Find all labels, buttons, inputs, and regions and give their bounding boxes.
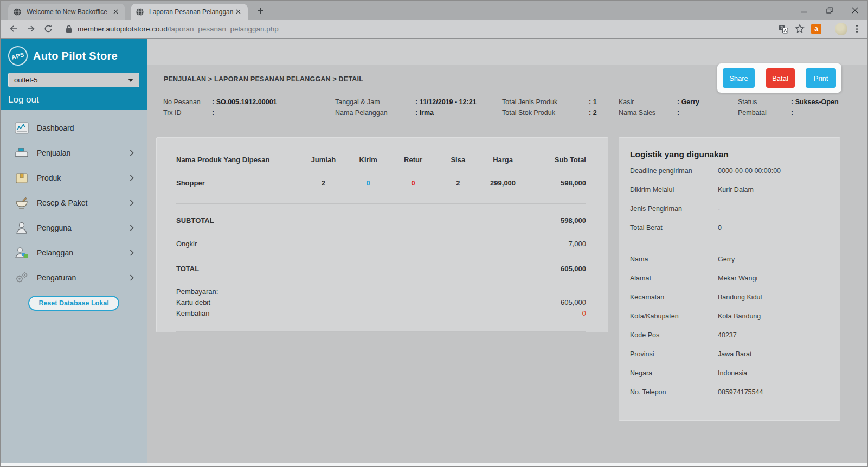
sidebar-item-pelanggan[interactable]: Pelanggan bbox=[1, 240, 147, 265]
browser-menu-icon[interactable] bbox=[854, 25, 860, 33]
logistics-label: Dikirim Melalui bbox=[630, 186, 718, 194]
caret-down-icon bbox=[128, 79, 133, 82]
column-header: Retur bbox=[391, 156, 436, 164]
logistics-row: Jenis Pengiriman - bbox=[630, 205, 829, 213]
info-value: : 11/12/2019 - 12:21 bbox=[415, 98, 477, 106]
subtotal-value: 598,000 bbox=[561, 216, 586, 225]
logistics-value: Mekar Wangi bbox=[718, 274, 757, 282]
logistics-value: 085974175544 bbox=[718, 388, 763, 396]
logistics-value: Kota Bandung bbox=[718, 312, 761, 320]
window-bottom-edge bbox=[1, 463, 867, 466]
profile-avatar[interactable] bbox=[835, 23, 847, 35]
reset-database-button[interactable]: Reset Database Lokal bbox=[28, 296, 119, 311]
info-label: Pembatal bbox=[738, 109, 791, 117]
bookmark-star-icon[interactable] bbox=[795, 24, 805, 34]
column-header: Kirim bbox=[346, 156, 391, 164]
batal-button[interactable]: Batal bbox=[766, 68, 795, 88]
share-button[interactable]: Share bbox=[723, 68, 755, 88]
translate-icon[interactable] bbox=[779, 24, 788, 34]
column-header: Jumlah bbox=[301, 156, 346, 164]
app-body: APS Auto Pilot Store outlet-5 Log out Da… bbox=[1, 39, 867, 464]
info-value: : 1 bbox=[589, 98, 597, 106]
order-info-column: Kasir: Gerry Nama Sales: bbox=[619, 97, 699, 118]
logistics-label: No. Telepon bbox=[630, 388, 718, 396]
tab-close-icon[interactable] bbox=[234, 7, 243, 16]
column-header: Sub Total bbox=[525, 156, 586, 164]
sidebar: APS Auto Pilot Store outlet-5 Log out Da… bbox=[1, 39, 147, 464]
forward-icon[interactable] bbox=[23, 21, 38, 36]
sidebar-item-produk[interactable]: Produk bbox=[1, 165, 147, 190]
sidebar-header: APS Auto Pilot Store outlet-5 Log out bbox=[1, 39, 147, 110]
info-label: Nama Pelanggan bbox=[335, 109, 415, 117]
sidebar-item-label: Produk bbox=[37, 174, 61, 182]
change-row: Kembalian 0 bbox=[176, 309, 586, 317]
reload-icon[interactable] bbox=[41, 21, 56, 36]
address-bar[interactable]: member.autopilotstore.co.id/laporan_pesa… bbox=[66, 25, 779, 33]
outlet-selector[interactable]: outlet-5 bbox=[8, 73, 139, 87]
payment-method: Kartu debit bbox=[176, 298, 210, 306]
chevron-right-icon bbox=[130, 274, 134, 281]
info-label: Nama Sales bbox=[619, 109, 677, 117]
tab-welcome-backoffice[interactable]: Welcome to New Backoffice bbox=[8, 4, 125, 20]
table-header-row: Nama Produk Yang Dipesan Jumlah Kirim Re… bbox=[176, 156, 586, 164]
logistics-label: Alamat bbox=[630, 274, 718, 282]
subtotal-label: SUBTOTAL bbox=[176, 216, 214, 225]
logistics-value: Gerry bbox=[718, 255, 735, 263]
sidebar-item-pengaturan[interactable]: Pengaturan bbox=[1, 265, 147, 290]
change-value: 0 bbox=[582, 309, 586, 317]
chevron-right-icon bbox=[130, 150, 134, 156]
sidebar-item-label: Pelanggan bbox=[37, 248, 73, 257]
logistics-value: 40237 bbox=[718, 331, 737, 339]
cell-retur[interactable]: 0 bbox=[391, 179, 436, 187]
topbar-band bbox=[147, 39, 867, 65]
info-label: Status bbox=[738, 98, 791, 106]
sidebar-item-pengguna[interactable]: Pengguna bbox=[1, 215, 147, 240]
logistics-label: Kode Pos bbox=[630, 331, 718, 339]
logistics-row: Kecamatan Bandung Kidul bbox=[630, 293, 829, 301]
logistics-label: Kota/Kabupaten bbox=[630, 312, 718, 320]
divider bbox=[630, 242, 829, 242]
globe-favicon-icon bbox=[13, 8, 22, 16]
user-icon bbox=[14, 221, 30, 234]
tab-laporan-pesanan[interactable]: Laporan Pesanan Pelanggan bbox=[131, 4, 248, 20]
cell-product-name: Shopper bbox=[176, 179, 301, 187]
order-info-column: Status: Sukses-Open Pembatal: bbox=[738, 97, 839, 118]
extension-bag-icon[interactable]: a bbox=[811, 24, 821, 34]
dashboard-chart-icon bbox=[14, 122, 30, 134]
close-window-button[interactable] bbox=[842, 1, 867, 20]
restore-button[interactable] bbox=[816, 1, 842, 20]
info-label: Kasir bbox=[619, 98, 677, 106]
sidebar-item-dashboard[interactable]: Dashboard bbox=[1, 116, 147, 140]
logistics-label: Jenis Pengiriman bbox=[630, 205, 718, 213]
sidebar-item-label: Pengguna bbox=[37, 223, 72, 232]
order-info-column: Tanggal & Jam: 11/12/2019 - 12:21 Nama P… bbox=[335, 97, 477, 118]
brand-row: APS Auto Pilot Store bbox=[8, 46, 139, 66]
logistics-label: Negara bbox=[630, 369, 718, 377]
order-info-column: Total Jenis Produk: 1 Total Stok Produk:… bbox=[502, 97, 597, 118]
logistics-row: Negara Indonesia bbox=[630, 369, 829, 377]
minimize-button[interactable] bbox=[791, 1, 816, 20]
logistics-label: Provinsi bbox=[630, 350, 718, 358]
outlet-selected-value: outlet-5 bbox=[14, 76, 37, 84]
logistics-row: Nama Gerry bbox=[630, 255, 829, 263]
sidebar-item-penjualan[interactable]: Penjualan bbox=[1, 140, 147, 165]
info-label: Total Stok Produk bbox=[502, 109, 589, 117]
back-icon[interactable] bbox=[6, 21, 21, 36]
print-button[interactable]: Print bbox=[806, 68, 836, 88]
cell-kirim[interactable]: 0 bbox=[346, 179, 391, 187]
divider bbox=[176, 331, 586, 332]
tab-close-icon[interactable] bbox=[111, 7, 120, 16]
column-header: Nama Produk Yang Dipesan bbox=[176, 156, 301, 164]
ongkir-row: Ongkir 7,000 bbox=[176, 240, 586, 248]
sidebar-item-resep-paket[interactable]: Resep & Paket bbox=[1, 190, 147, 215]
logistics-title: Logistik yang digunakan bbox=[630, 150, 829, 159]
chevron-right-icon bbox=[130, 250, 134, 256]
toolbar-right-icons: a bbox=[779, 23, 860, 35]
logistics-label: Total Berat bbox=[630, 224, 718, 232]
logistics-row: Total Berat 0 bbox=[630, 224, 829, 232]
logout-link[interactable]: Log out bbox=[8, 94, 139, 105]
payment-method-row: Kartu debit 605,000 bbox=[176, 298, 586, 306]
info-value: : Sukses-Open bbox=[791, 98, 839, 106]
new-tab-button[interactable] bbox=[253, 3, 268, 18]
total-row: TOTAL 605,000 bbox=[176, 265, 586, 273]
